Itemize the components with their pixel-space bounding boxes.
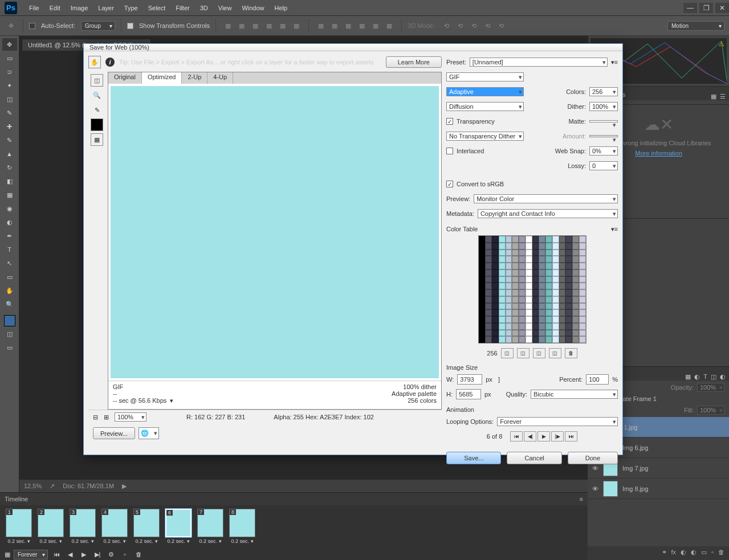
srgb-checkbox[interactable]: ✓ bbox=[446, 181, 453, 187]
frame[interactable]: 30.2 sec. ▾ bbox=[68, 509, 97, 544]
align-icon[interactable]: ▦ bbox=[222, 19, 234, 32]
distribute-icon[interactable]: ▦ bbox=[356, 19, 368, 32]
cancel-button[interactable]: Cancel bbox=[507, 452, 561, 464]
menu-window[interactable]: Window bbox=[237, 5, 269, 11]
eyedropper-tool-icon[interactable]: ✎ bbox=[91, 104, 103, 116]
menu-edit[interactable]: Edit bbox=[44, 5, 66, 11]
preview-mode-dropdown[interactable]: Monitor Color bbox=[474, 194, 618, 203]
heal-tool[interactable]: ✚ bbox=[2, 120, 17, 133]
color-table[interactable] bbox=[478, 235, 587, 344]
lossy-dropdown[interactable]: 0 bbox=[589, 161, 618, 170]
quick-mask-tool[interactable]: ◫ bbox=[2, 328, 17, 340]
fx-icon[interactable]: fx bbox=[671, 549, 677, 558]
path-tool[interactable]: ↖ bbox=[2, 257, 17, 269]
auto-select-dropdown[interactable]: Group bbox=[81, 21, 115, 31]
first-frame-button[interactable]: ⏮ bbox=[510, 431, 523, 442]
distribute-icon[interactable]: ▦ bbox=[342, 19, 355, 32]
convert-timeline-icon[interactable]: ▦ bbox=[5, 551, 10, 558]
toggle-slices-icon[interactable]: ▦ bbox=[91, 133, 103, 146]
preset-menu-icon[interactable]: ▾≡ bbox=[611, 59, 618, 66]
layer-filter-icon[interactable]: ◐ bbox=[694, 373, 700, 381]
align-icon[interactable]: ▦ bbox=[276, 19, 289, 32]
last-frame-button[interactable]: ⏭ bbox=[565, 431, 577, 442]
minimize-button[interactable]: — bbox=[683, 3, 697, 13]
screen-mode-tool[interactable]: ▭ bbox=[2, 341, 17, 354]
3d-icon[interactable]: ⟲ bbox=[495, 19, 508, 32]
layer-filter-icon[interactable]: ◫ bbox=[711, 373, 716, 381]
dither-dropdown[interactable]: 100% bbox=[589, 102, 618, 111]
layer-filter-icon[interactable]: ▦ bbox=[685, 373, 691, 381]
zoom-level[interactable]: 12.5% bbox=[24, 483, 42, 489]
hand-tool-icon[interactable]: ✋ bbox=[88, 56, 101, 68]
link-layers-icon[interactable]: ⚭ bbox=[662, 549, 667, 558]
hand-tool[interactable]: ✋ bbox=[2, 284, 17, 297]
3d-icon[interactable]: ⟲ bbox=[468, 19, 480, 32]
learn-more-button[interactable]: Learn More bbox=[386, 56, 442, 68]
next-frame-button[interactable]: ▶| bbox=[92, 550, 103, 559]
maximize-button[interactable]: ❐ bbox=[699, 3, 713, 13]
delete-frame-button[interactable]: 🗑 bbox=[133, 550, 144, 559]
3d-icon[interactable]: ⟲ bbox=[454, 19, 467, 32]
first-frame-button[interactable]: ⏮ bbox=[51, 550, 62, 559]
prev-frame-button[interactable]: ◀| bbox=[524, 431, 536, 442]
zoom-in-icon[interactable]: ⊞ bbox=[104, 414, 109, 421]
wand-tool[interactable]: ✦ bbox=[2, 79, 17, 92]
frame[interactable]: 50.2 sec. ▾ bbox=[132, 509, 161, 544]
menu-image[interactable]: Image bbox=[66, 5, 93, 11]
lasso-tool[interactable]: ⊃ bbox=[2, 66, 17, 78]
close-button[interactable]: ✕ bbox=[715, 3, 729, 13]
menu-type[interactable]: Type bbox=[119, 5, 143, 11]
menu-3d[interactable]: 3D bbox=[195, 5, 213, 11]
ct-icon[interactable]: ◫ bbox=[501, 348, 514, 358]
motion-dropdown[interactable]: Motion bbox=[667, 21, 724, 31]
show-transform-checkbox[interactable]: ✓ bbox=[127, 23, 133, 29]
play-button[interactable]: ▶ bbox=[79, 550, 89, 559]
frame[interactable]: 40.2 sec. ▾ bbox=[100, 509, 129, 544]
tab-optimized[interactable]: Optimized bbox=[142, 72, 182, 84]
visibility-icon[interactable]: 👁 bbox=[592, 485, 598, 492]
delete-icon[interactable]: 🗑 bbox=[718, 549, 724, 558]
move-tool[interactable]: ✥ bbox=[2, 38, 17, 51]
tab-4up[interactable]: 4-Up bbox=[207, 72, 233, 84]
web-snap-dropdown[interactable]: 0% bbox=[589, 146, 618, 156]
zoom-out-icon[interactable]: ⊟ bbox=[93, 414, 98, 421]
layer-filter-icon[interactable]: ◐ bbox=[720, 373, 726, 381]
percent-input[interactable] bbox=[586, 374, 609, 385]
height-input[interactable] bbox=[456, 389, 481, 399]
frame[interactable]: 70.2 sec. ▾ bbox=[196, 509, 225, 544]
prev-frame-button[interactable]: ◀ bbox=[65, 550, 75, 559]
align-icon[interactable]: ▦ bbox=[290, 19, 303, 32]
ct-icon[interactable]: ◫ bbox=[517, 348, 530, 358]
status-arrow-icon[interactable]: ▶ bbox=[122, 483, 127, 490]
matte-dropdown[interactable] bbox=[589, 120, 618, 122]
menu-view[interactable]: View bbox=[213, 5, 237, 11]
done-button[interactable]: Done bbox=[568, 452, 618, 464]
format-dropdown[interactable]: GIF bbox=[446, 72, 524, 81]
next-frame-button[interactable]: |▶ bbox=[551, 431, 564, 442]
interlaced-checkbox[interactable] bbox=[446, 148, 453, 154]
foreground-color[interactable] bbox=[4, 315, 15, 326]
opacity-dropdown[interactable]: 100% bbox=[697, 383, 724, 392]
preview-button[interactable]: Preview... bbox=[93, 427, 135, 439]
transparency-checkbox[interactable]: ✓ bbox=[446, 118, 453, 125]
align-icon[interactable]: ▦ bbox=[249, 19, 262, 32]
mask-icon[interactable]: ◐ bbox=[681, 549, 686, 558]
type-tool[interactable]: T bbox=[2, 243, 17, 256]
frame[interactable]: 20.2 sec. ▾ bbox=[36, 509, 65, 544]
browser-dropdown[interactable]: 🌐 bbox=[139, 427, 159, 439]
slice-tool-icon[interactable]: ◫ bbox=[91, 74, 103, 87]
metadata-dropdown[interactable]: Copyright and Contact Info bbox=[478, 209, 618, 218]
menu-select[interactable]: Select bbox=[143, 5, 171, 11]
trans-dither-dropdown[interactable]: No Transparency Dither bbox=[446, 132, 524, 141]
save-button[interactable]: Save... bbox=[446, 452, 501, 464]
menu-layer[interactable]: Layer bbox=[93, 5, 119, 11]
new-frame-button[interactable]: ▫ bbox=[120, 550, 130, 559]
colors-dropdown[interactable]: 256 bbox=[589, 87, 618, 96]
tween-button[interactable]: ⚙ bbox=[106, 550, 116, 559]
zoom-dropdown[interactable]: 100% bbox=[115, 412, 146, 422]
dither-method-dropdown[interactable]: Diffusion bbox=[446, 102, 524, 111]
menu-filter[interactable]: Filter bbox=[170, 5, 194, 11]
stamp-tool[interactable]: ▲ bbox=[2, 148, 17, 160]
layer-filter-icon[interactable]: T bbox=[703, 373, 707, 381]
align-icon[interactable]: ▦ bbox=[235, 19, 248, 32]
